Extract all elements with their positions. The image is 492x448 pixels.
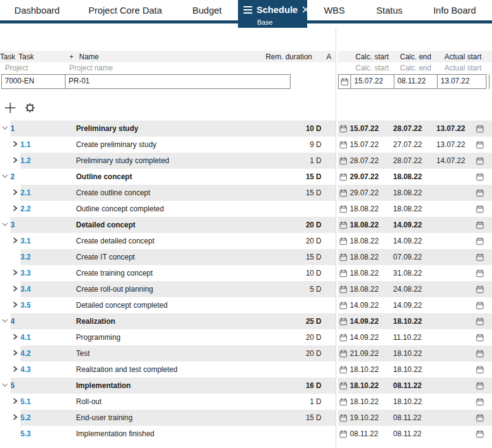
calendar-icon[interactable] [339,269,348,277]
task-row[interactable]: 3.5 Detailed concept completed [0,297,336,313]
task-dates-row[interactable]: 18.08.22 07.09.22 [338,249,492,265]
tab-status[interactable]: Status [362,0,417,20]
calendar-icon[interactable] [339,317,348,326]
task-dates-row[interactable]: 15.07.22 27.07.22 13.07.22 [338,137,492,153]
chevron-right-icon[interactable] [12,269,18,277]
chevron-right-icon[interactable] [12,333,18,342]
chevron-right-icon[interactable] [12,397,18,406]
task-dates-row[interactable]: 19.10.22 08.11.22 [338,410,492,426]
task-dates-row[interactable]: 18.08.22 24.08.22 [338,281,492,297]
chevron-right-icon[interactable] [12,188,18,197]
task-row[interactable]: 3.1 Create detailed concept 20 D [0,233,336,249]
add-task-icon[interactable] [4,102,16,114]
project-name-input[interactable]: PR-01 [66,75,290,88]
close-icon[interactable] [302,6,309,13]
chevron-right-icon[interactable] [12,365,18,374]
task-row[interactable]: 5.2 End-user training 15 D [0,410,336,426]
column-header-calc-start[interactable]: Calc. start [355,53,389,61]
column-header-name[interactable]: Name [79,53,99,61]
menu-icon[interactable] [244,6,252,14]
tab-info-board[interactable]: Info Board [417,0,492,20]
task-dates-row[interactable]: 18.08.22 14.09.22 [338,217,492,233]
calendar-icon[interactable] [476,317,485,326]
calendar-icon[interactable] [476,172,485,181]
calendar-icon[interactable] [339,237,348,245]
tab-project-core-data[interactable]: Project Core Data [74,0,176,20]
task-dates-row[interactable]: 21.09.22 18.10.22 [338,345,492,361]
task-row[interactable]: 3.3 Create training concept 10 D [0,265,336,281]
tab-wbs[interactable]: WBS [307,0,362,20]
calendar-icon[interactable] [339,172,348,181]
task-dates-row[interactable]: 18.10.22 18.10.22 [338,361,492,378]
task-row[interactable]: 3 Detailed concept 20 D [0,217,336,233]
calendar-icon[interactable] [476,156,485,165]
task-row[interactable]: 3.4 Create roll-out planning 5 D [0,281,336,297]
chevron-right-icon[interactable] [12,413,18,422]
task-row[interactable]: 2 Outline concept 15 D [0,169,336,185]
task-dates-row[interactable]: 18.08.22 14.09.22 [338,233,492,249]
chevron-right-icon[interactable] [12,140,18,149]
task-row[interactable]: 1.1 Create preliminary study 9 D [0,137,336,153]
chevron-right-icon[interactable] [12,156,18,165]
task-row[interactable]: 5 Implementation 16 D [0,378,336,394]
column-header-rem-duration[interactable]: Rem. duration [266,53,312,61]
calendar-icon[interactable] [339,381,348,390]
tab-dashboard[interactable]: Dashboard [0,0,74,20]
calendar-icon[interactable] [339,156,348,165]
calendar-icon[interactable] [476,140,485,149]
chevron-right-icon[interactable] [12,205,18,213]
calendar-icon[interactable] [339,333,348,342]
calendar-icon[interactable] [476,237,485,245]
add-column-icon[interactable]: + [69,53,74,61]
task-dates-row[interactable]: 29.07.22 18.08.22 [338,169,492,185]
task-row[interactable]: 1 Preliminary study 10 D [0,120,336,137]
calendar-icon[interactable] [339,413,348,422]
chevron-down-icon[interactable] [2,172,8,181]
calendar-icon[interactable] [339,397,348,406]
task-dates-row[interactable]: 08.11.22 08.11.22 [338,426,492,442]
calendar-icon[interactable] [476,381,485,390]
calendar-icon[interactable] [476,301,485,310]
task-dates-row[interactable]: 29.07.22 18.08.22 [338,185,492,201]
task-dates-row[interactable]: 18.08.22 31.08.22 [338,265,492,281]
calendar-icon[interactable] [476,285,485,294]
calendar-icon[interactable] [339,221,348,229]
task-dates-row[interactable]: 18.08.22 18.08.22 [338,201,492,217]
calendar-icon[interactable] [339,349,348,358]
calendar-icon[interactable] [339,124,348,133]
task-dates-row[interactable]: 14.09.22 18.10.22 [338,313,492,329]
task-row[interactable]: 4.2 Test 20 D [0,345,336,361]
calendar-icon[interactable] [476,349,485,358]
calendar-icon[interactable] [339,205,348,213]
column-header-task[interactable]: Task [19,53,34,61]
project-calc-end-input[interactable]: 08.11.22 [394,75,438,88]
column-header-a-truncated[interactable]: A [326,53,331,61]
chevron-right-icon[interactable] [12,349,18,358]
column-header-task[interactable]: Task [0,53,15,61]
calendar-icon[interactable] [476,413,485,422]
task-dates-row[interactable]: 18.10.22 18.10.22 [338,394,492,410]
calendar-icon[interactable] [339,429,348,438]
task-dates-row[interactable]: 18.10.22 08.11.22 [338,378,492,394]
task-dates-row[interactable]: 28.07.22 28.07.22 14.07.22 [338,153,492,169]
task-row[interactable]: 4 Realization 25 D [0,313,336,329]
calendar-icon[interactable] [339,365,348,374]
task-row[interactable]: 5.3 Implementation finished [0,426,336,442]
calendar-icon[interactable] [339,285,348,294]
calendar-icon[interactable] [339,253,348,261]
task-row[interactable]: 4.1 Programming 20 D [0,329,336,345]
calendar-icon[interactable] [476,429,485,438]
task-row[interactable]: 3.2 Create IT concept 15 D [0,249,336,265]
task-row[interactable]: 1.2 Preliminary study completed 1 D [0,153,336,169]
calendar-icon[interactable] [339,301,348,310]
calendar-icon[interactable] [476,269,485,277]
calendar-icon[interactable] [476,397,485,406]
tab-budget[interactable]: Budget [176,0,238,20]
task-dates-row[interactable]: 14.09.22 14.09.22 [338,297,492,313]
calendar-icon[interactable] [339,75,351,88]
calendar-icon[interactable] [339,188,348,197]
project-actual-start-input[interactable]: 13.07.22 [438,75,486,88]
project-calc-start-input[interactable]: 15.07.22 [351,75,394,88]
chevron-down-icon[interactable] [2,381,8,390]
calendar-icon[interactable] [476,221,485,229]
